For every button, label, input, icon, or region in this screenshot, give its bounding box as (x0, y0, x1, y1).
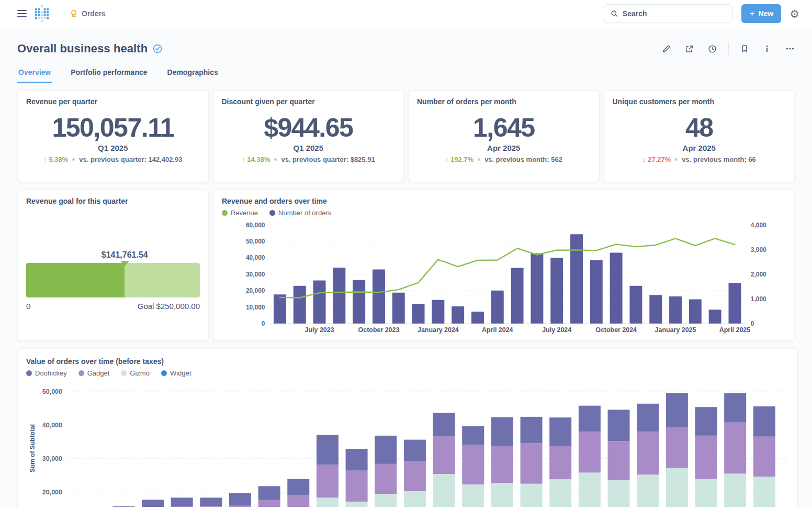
arrow-down-icon: ↓ (642, 156, 646, 163)
breadcrumb-collection[interactable]: Orders (70, 9, 106, 18)
card-title: Revenue and orders over time (222, 197, 786, 205)
dot-separator (675, 158, 678, 161)
new-button[interactable]: + New (741, 4, 781, 23)
legend-dot (78, 370, 84, 376)
legend-item-revenue[interactable]: Revenue (222, 209, 258, 217)
card-title: Value of orders over time (before taxes) (26, 357, 789, 366)
kpi-comparison: vs. previous quarter: 142,402.93 (79, 156, 182, 163)
revenue-goal-card[interactable]: Revenue goal for this quarter $141,761.5… (17, 190, 209, 341)
svg-text:40,000: 40,000 (42, 422, 62, 429)
search-box[interactable] (604, 4, 733, 23)
dashboard-title-row: Overall business health (17, 42, 795, 56)
kpi-change: ↓27.27% vs. previous month: 66 (642, 156, 756, 163)
svg-text:2,000: 2,000 (751, 271, 766, 278)
tab-demographics[interactable]: Demographics (166, 68, 219, 83)
svg-text:50,000: 50,000 (42, 388, 62, 395)
svg-text:April 2024: April 2024 (482, 326, 513, 334)
sidebar-toggle-icon[interactable] (17, 10, 27, 17)
kpi-comparison: vs. previous month: 562 (484, 156, 562, 163)
order-value-chart-card[interactable]: Value of orders over time (before taxes)… (17, 348, 798, 508)
kpi-value: 1,645 (473, 114, 535, 142)
revenue-orders-combo-chart[interactable]: 010,00020,00030,00040,00050,00060,00001,… (222, 217, 786, 334)
bookmark-icon[interactable] (740, 45, 749, 53)
history-clock-icon[interactable] (708, 45, 717, 53)
plus-icon: + (749, 8, 754, 19)
share-export-icon[interactable] (685, 45, 694, 53)
kpi-delta: ↑5.38% (43, 156, 68, 163)
legend-dot (222, 210, 228, 216)
legend-item-widget[interactable]: Widget (161, 369, 191, 377)
more-options-icon[interactable] (785, 45, 795, 53)
dot-separator (72, 158, 75, 161)
kpi-delta: ↑14.38% (242, 156, 270, 163)
kpi-card-unique-customers-per-month[interactable]: Unique customers per month 48 Apr 2025 ↓… (604, 90, 795, 182)
kpi-comparison: vs. previous quarter: $825.91 (281, 156, 375, 163)
settings-gear-icon[interactable]: ⚙ (790, 8, 799, 19)
bottom-row: Value of orders over time (before taxes)… (17, 348, 795, 508)
kpi-value: $944.65 (264, 114, 353, 142)
legend-item-gizmo[interactable]: Gizmo (121, 369, 150, 377)
svg-text:30,000: 30,000 (246, 271, 265, 278)
svg-text:3,000: 3,000 (751, 246, 766, 253)
legend-dot (121, 370, 127, 376)
kpi-period: Q1 2025 (98, 143, 128, 152)
kpi-card-revenue-per-quarter[interactable]: Revenue per quarter 150,057.11 Q1 2025 ↑… (17, 90, 209, 182)
tab-overview[interactable]: Overview (17, 68, 52, 83)
svg-text:Sum of Subtotal: Sum of Subtotal (29, 424, 36, 472)
kpi-value: 48 (685, 114, 713, 142)
tab-portfolio-performance[interactable]: Portfolio performance (70, 68, 148, 83)
order-value-stacked-chart[interactable]: 50,00040,00030,00020,000Sum of Subtotal (26, 380, 789, 507)
chart-legend: Revenue Number of orders (222, 209, 786, 217)
svg-text:50,000: 50,000 (246, 238, 265, 245)
goal-progress-bar[interactable] (26, 263, 200, 297)
dashboard-toolbar (662, 42, 795, 55)
kpi-value: 150,057.11 (52, 114, 174, 142)
svg-text:January 2024: January 2024 (418, 326, 459, 334)
svg-text:July 2023: July 2023 (305, 326, 334, 334)
arrow-up-icon: ↑ (445, 156, 449, 163)
toolbar-divider (728, 42, 729, 55)
svg-text:October 2023: October 2023 (358, 326, 400, 334)
goal-target-label: Goal $250,000.00 (138, 302, 200, 311)
legend-dot (26, 370, 32, 376)
svg-text:60,000: 60,000 (246, 222, 265, 229)
arrow-up-icon: ↑ (43, 156, 47, 163)
dashboard-tabs: Overview Portfolio performance Demograph… (17, 68, 795, 83)
official-badge-icon (70, 9, 78, 18)
svg-text:40,000: 40,000 (246, 254, 265, 261)
kpi-period: Apr 2025 (683, 143, 716, 152)
goal-current-marker: $141,761.54 (102, 250, 148, 266)
legend-dot (161, 370, 167, 376)
metabase-logo-dots (33, 5, 51, 23)
svg-text:30,000: 30,000 (42, 455, 62, 462)
kpi-change: ↑5.38% vs. previous quarter: 142,402.93 (43, 156, 183, 163)
verified-badge-icon (153, 44, 162, 53)
legend-item-gadget[interactable]: Gadget (78, 369, 110, 377)
arrow-up-icon: ↑ (242, 156, 245, 163)
goal-pointer-icon (120, 261, 129, 266)
kpi-delta: ↑192.7% (445, 156, 474, 163)
kpi-card-discount-per-quarter[interactable]: Discount given per quarter $944.65 Q1 20… (213, 90, 404, 182)
kpi-card-orders-per-month[interactable]: Number of orders per month 1,645 Apr 202… (408, 90, 600, 182)
goal-current-value: $141,761.54 (102, 250, 148, 259)
svg-text:July 2024: July 2024 (542, 326, 571, 334)
chart-legend: Doohickey Gadget Gizmo Widget (26, 369, 789, 377)
legend-item-number-of-orders[interactable]: Number of orders (269, 209, 331, 217)
svg-text:20,000: 20,000 (246, 287, 265, 294)
card-title: Revenue goal for this quarter (26, 197, 200, 205)
legend-dot (269, 210, 275, 216)
search-input[interactable] (623, 9, 727, 18)
kpi-change: ↑14.38% vs. previous quarter: $825.91 (242, 156, 375, 163)
svg-text:January 2025: January 2025 (655, 326, 696, 334)
svg-text:0: 0 (751, 320, 754, 327)
svg-text:20,000: 20,000 (42, 489, 62, 496)
page-title: Overall business health (17, 42, 148, 56)
edit-pencil-icon[interactable] (662, 45, 671, 53)
info-icon[interactable] (763, 45, 771, 53)
breadcrumb-label: Orders (82, 9, 106, 18)
revenue-orders-chart-card[interactable]: Revenue and orders over time Revenue Num… (213, 190, 795, 341)
dot-separator (478, 158, 480, 161)
legend-item-doohickey[interactable]: Doohickey (26, 369, 67, 377)
metabase-logo[interactable] (33, 5, 51, 23)
svg-text:1,000: 1,000 (751, 295, 766, 303)
